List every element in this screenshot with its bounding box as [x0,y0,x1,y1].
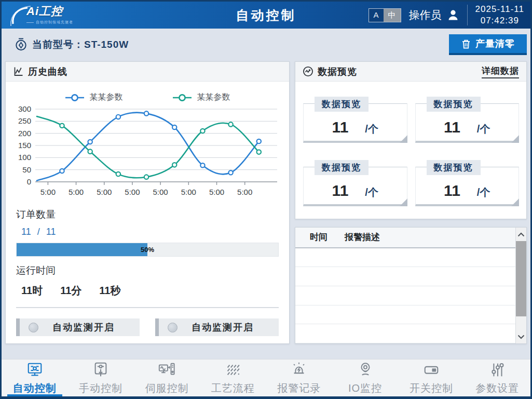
order-total: 11 [46,227,56,237]
runtime-hours: 11时 [21,284,43,298]
runtime-seconds: 11秒 [99,284,120,298]
card-fold-corner [400,198,407,206]
curve-chart-icon [13,66,24,77]
svg-text:5:00: 5:00 [181,188,196,196]
current-model-row: 当前型号：ST-150W [15,37,129,51]
scroll-up-button[interactable] [516,228,526,241]
preview-card-unit: /个 [477,185,490,200]
time-label: 07:42:39 [475,15,524,26]
alarm-scrollbar[interactable] [515,228,526,343]
auto-monitor-toggle-1[interactable]: 自动监测开启 [16,318,140,336]
order-title: 订单数量 [16,208,279,221]
language-switch[interactable]: A 中 [369,8,401,22]
svg-text:100: 100 [18,153,31,162]
model-gauge-icon [15,37,28,51]
preview-card-2: 数据预览 11 /个 [415,103,520,143]
current-model-label: 当前型号：ST-150W [32,38,129,51]
preview-card-label: 数据预览 [427,160,481,175]
datetime-block: 2025-11-11 07:42:39 [475,4,526,26]
svg-text:250: 250 [18,116,31,125]
nav-item-switch-control[interactable]: 开关控制 [398,360,464,396]
svg-text:200: 200 [18,129,31,138]
runtime-values: 11时 11分 11秒 [21,284,279,298]
legend-label-series2: 某某参数 [197,92,230,103]
history-curve-panel: 历史曲线 某某参数 某某参数 0501001502002503005:005:0… [5,61,290,344]
detail-data-link[interactable]: 详细数据 [482,65,519,78]
user-block[interactable]: 操作员 [409,8,459,22]
progress-label: 50% [141,243,154,256]
preview-panel-title: 数据预览 [318,65,357,78]
auto-monitor-toggle-2[interactable]: 自动监测开启 [155,318,279,336]
nav-item-process-flow[interactable]: 工艺流程 [200,360,266,396]
legend-marker-series1 [65,94,85,102]
header-divider [467,5,468,25]
alarm-record-icon [290,361,308,379]
order-current: 11 [21,227,31,237]
svg-text:5:00: 5:00 [237,188,252,196]
logo-title: Ai工控 [26,4,73,19]
history-panel-title: 历史曲线 [28,65,67,78]
svg-text:0: 0 [27,177,31,186]
preview-card-label: 数据预览 [315,160,369,175]
alarm-table-header: 时间 报警描述 [295,228,515,248]
nav-item-manual-control[interactable]: 手动控制 [67,360,133,396]
preview-card-label: 数据预览 [315,97,369,112]
svg-text:5:00: 5:00 [209,188,224,196]
servo-control-icon [157,361,176,379]
clear-production-button[interactable]: 产量清零 [449,34,527,55]
legend-entry-series2: 某某参数 [172,92,230,103]
preview-card-value: 11 [444,182,460,200]
toggle-indicator-icon [29,323,38,332]
nav-item-servo-control[interactable]: 伺服控制 [134,360,200,396]
preview-card-value: 11 [332,182,349,200]
preview-card-unit: /个 [477,122,490,136]
card-fold-corner [400,135,407,143]
table-row [295,305,515,325]
history-panel-header: 历史曲线 [6,62,289,82]
preview-cards-grid: 数据预览 11 /个 数据预览 11 /个 数据预览 11 /个 [295,82,526,206]
preview-panel-header: 数据预览 详细数据 [295,62,526,82]
language-option-zh[interactable]: 中 [384,9,401,22]
svg-text:5:00: 5:00 [69,188,84,196]
io-monitor-icon [356,361,375,379]
nav-item-auto-control[interactable]: 自动控制 [2,360,67,396]
svg-text:5:00: 5:00 [125,188,140,196]
order-section: 订单数量 11 / 11 50% 运行时间 11时 11分 11秒 自动监测开启 [6,208,289,336]
user-role-label: 操作员 [409,8,442,22]
nav-item-io-monitor[interactable]: IO监控 [332,360,398,396]
chevron-down-icon [517,335,525,339]
legend-entry-series1: 某某参数 [65,92,123,103]
hmi-screen: Ai工控 自动控制领域先驱者 自动控制 A 中 操作员 2025-11 [0,0,532,399]
active-tab-underline [7,394,62,396]
alarm-column-time: 时间 [295,231,345,243]
table-row [295,267,515,286]
table-row [295,286,515,305]
chart-legend: 某某参数 某某参数 [6,92,289,103]
nav-item-param-settings[interactable]: 参数设置 [465,360,530,396]
table-row [295,248,515,268]
header-bar: Ai工控 自动控制领域先驱者 自动控制 A 中 操作员 2025-11 [2,2,530,29]
order-count: 11 / 11 [21,227,279,237]
preview-card-value: 11 [444,118,460,136]
scrollbar-thumb[interactable] [516,241,526,316]
user-icon [447,9,459,21]
language-option-en[interactable]: A [369,9,384,22]
nav-item-alarm-record[interactable]: 报警记录 [266,360,332,396]
logo: Ai工控 自动控制领域先驱者 [7,4,73,28]
alarm-column-description: 报警描述 [345,231,380,243]
preview-card-1: 数据预览 11 /个 [303,103,407,143]
page-title: 自动控制 [236,7,296,24]
scroll-down-button[interactable] [516,330,526,343]
card-fold-corner [511,135,519,143]
auto-control-icon [25,361,44,379]
switch-control-icon [422,361,441,379]
svg-text:300: 300 [18,105,31,113]
preview-card-value: 11 [332,118,349,136]
preview-card-3: 数据预览 11 /个 [303,167,407,206]
data-preview-panel: 数据预览 详细数据 数据预览 11 /个 数据预览 11 /个 [295,61,527,219]
runtime-title: 运行时间 [16,264,279,277]
card-fold-corner [511,198,519,206]
svg-text:5:00: 5:00 [40,188,56,196]
svg-text:50: 50 [22,165,31,174]
legend-marker-series2 [172,94,192,102]
